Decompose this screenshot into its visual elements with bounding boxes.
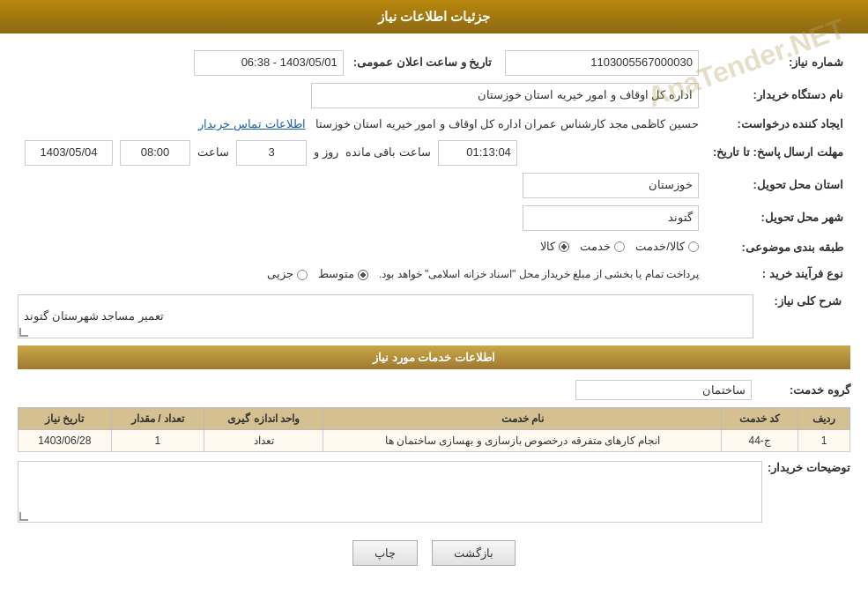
process-jozi-label: جزیی [267, 265, 293, 284]
cell-service-code: ج-44 [722, 429, 798, 451]
cell-count: 1 [111, 429, 204, 451]
process-motovaset[interactable]: متوسط [318, 265, 368, 284]
buyer-notes-resize-corner [19, 512, 28, 521]
need-number-value: 1103005567000030 [505, 50, 699, 76]
creator-row: ایجاد کننده درخواست: حسین کاظمی مجد کارش… [18, 112, 850, 137]
deadline-label: مهلت ارسال پاسخ: تا تاریخ: [706, 137, 850, 169]
info-table: شماره نیاز: 1103005567000030 تاریخ و ساع… [18, 47, 850, 287]
announcement-label: تاریخ و ساعت اعلان عمومی: [353, 56, 493, 69]
province-row: استان محل تحویل: خوزستان [18, 169, 850, 202]
process-jozi-radio[interactable] [297, 270, 308, 280]
buyer-notes-label: توضیحات خریدار: [762, 461, 850, 474]
page-header: جزئیات اطلاعات نیاز [0, 0, 868, 33]
need-desc-value[interactable]: تعمیر مساجد شهرستان گتوند [18, 294, 753, 338]
buyer-org-label: نام دستگاه خریدار: [706, 79, 850, 112]
col-unit: واحد اندازه گیری [204, 407, 323, 429]
service-group-label: گروه خدمت: [762, 383, 850, 397]
creator-name: حسین کاظمی مجد کارشناس عمران اداره کل او… [315, 117, 699, 130]
category-kala-khadamat-radio[interactable] [688, 241, 699, 252]
page-container: جزئیات اطلاعات نیاز AnaTender.NET شماره … [0, 0, 868, 609]
content-area: AnaTender.NET شماره نیاز: 11030055670000… [0, 33, 868, 588]
buyer-notes-textarea-wrapper [18, 461, 762, 523]
cell-service-name: انجام کارهای متفرقه درخصوص بازسازی و بهس… [323, 429, 722, 451]
category-khadamat[interactable]: خدمت [580, 238, 625, 256]
city-value: گتوند [523, 205, 699, 231]
textarea-resize-corner [19, 328, 28, 337]
table-row: 1 ج-44 انجام کارهای متفرقه درخصوص بازساز… [19, 429, 850, 451]
process-motovaset-label: متوسط [318, 265, 354, 284]
buyer-notes-wrapper [18, 461, 762, 523]
col-row-num: ردیف [798, 407, 850, 429]
creator-label: ایجاد کننده درخواست: [706, 112, 850, 137]
buyer-org-row: نام دستگاه خریدار: اداره کل اوقاف و امور… [18, 79, 850, 112]
service-group-value: ساختمان [575, 380, 752, 400]
need-desc-label: شرح کلی نیاز: [753, 294, 842, 308]
button-row: بازگشت چاپ [18, 540, 850, 566]
deadline-time: 08:00 [120, 140, 190, 166]
col-count: تعداد / مقدار [111, 407, 204, 429]
col-service-code: کد خدمت [722, 407, 798, 429]
city-label: شهر محل تحویل: [706, 202, 850, 234]
back-button[interactable]: بازگشت [432, 540, 516, 566]
deadline-row: مهلت ارسال پاسخ: تا تاریخ: 01:13:04 ساعت… [18, 137, 850, 169]
print-button[interactable]: چاپ [352, 540, 418, 566]
process-radio-group: پرداخت تمام یا بخشی از مبلغ خریداز محل "… [267, 265, 699, 284]
services-table-head: ردیف کد خدمت نام خدمت واحد اندازه گیری ت… [19, 407, 850, 429]
need-desc-textarea-wrapper: تعمیر مساجد شهرستان گتوند [18, 294, 753, 338]
category-row: طبقه بندی موضوعی: کالا/خدمت خدمت [18, 234, 850, 262]
need-number-label: شماره نیاز: [706, 47, 850, 79]
process-note: پرداخت تمام یا بخشی از مبلغ خریداز محل "… [379, 266, 699, 283]
deadline-remaining-value: 01:13:04 [438, 140, 517, 166]
category-kala-khadamat[interactable]: کالا/خدمت [635, 238, 699, 256]
category-kala-radio[interactable] [559, 241, 569, 252]
province-label: استان محل تحویل: [706, 169, 850, 202]
deadline-remaining-label: ساعت باقی مانده [345, 144, 431, 162]
buyer-org-value: اداره کل اوقاف و امور خیریه استان خوزستا… [311, 83, 699, 108]
cell-row-num: 1 [798, 429, 850, 451]
province-value: خوزستان [523, 173, 699, 198]
creator-contact-link[interactable]: اطلاعات تماس خریدار [198, 117, 305, 130]
col-service-name: نام خدمت [323, 407, 722, 429]
services-table-header-row: ردیف کد خدمت نام خدمت واحد اندازه گیری ت… [19, 407, 850, 429]
process-jozi[interactable]: جزیی [267, 265, 308, 284]
category-kala-label: کالا [540, 238, 555, 256]
services-table: ردیف کد خدمت نام خدمت واحد اندازه گیری ت… [18, 407, 850, 452]
buyer-notes-section: توضیحات خریدار: [18, 461, 850, 523]
city-row: شهر محل تحویل: گتوند [18, 202, 850, 234]
process-label: نوع فرآیند خرید : [706, 262, 850, 287]
services-section-title: اطلاعات خدمات مورد نیاز [18, 345, 850, 369]
need-number-row: شماره نیاز: 1103005567000030 تاریخ و ساع… [18, 47, 850, 79]
deadline-day-label: روز و [314, 144, 338, 162]
category-kala[interactable]: کالا [540, 238, 569, 256]
announcement-value: 1403/05/01 - 06:38 [194, 50, 344, 76]
category-radio-group: کالا/خدمت خدمت کالا [540, 238, 699, 256]
process-motovaset-radio[interactable] [358, 270, 368, 280]
process-row: نوع فرآیند خرید : پرداخت تمام یا بخشی از… [18, 262, 850, 287]
services-table-body: 1 ج-44 انجام کارهای متفرقه درخصوص بازساز… [19, 429, 850, 451]
cell-unit: تعداد [204, 429, 323, 451]
need-desc-wrapper: تعمیر مساجد شهرستان گتوند [18, 294, 753, 338]
category-label: طبقه بندی موضوعی: [706, 234, 850, 262]
service-group-row: گروه خدمت: ساختمان [18, 380, 850, 400]
col-date: تاریخ نیاز [19, 407, 112, 429]
cell-date: 1403/06/28 [19, 429, 112, 451]
need-desc-section: شرح کلی نیاز: تعمیر مساجد شهرستان گتوند [18, 294, 850, 338]
deadline-time-label: ساعت [197, 144, 229, 162]
page-title: جزئیات اطلاعات نیاز [378, 9, 490, 24]
buyer-notes-value[interactable] [18, 461, 762, 523]
deadline-days: 3 [236, 140, 307, 166]
category-kala-khadamat-label: کالا/خدمت [635, 238, 685, 256]
category-khadamat-label: خدمت [580, 238, 611, 256]
deadline-date: 1403/05/04 [25, 140, 113, 166]
category-khadamat-radio[interactable] [614, 241, 625, 252]
